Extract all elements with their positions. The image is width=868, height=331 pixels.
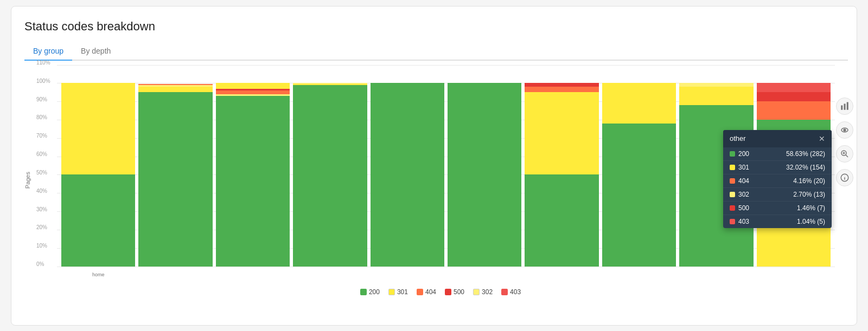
y-axis-label: Pages: [24, 172, 31, 189]
legend-code-label: 301: [397, 288, 408, 296]
y-tick-label: 10%: [36, 243, 47, 249]
bar-segment-301: [138, 87, 212, 92]
bar-segment-301: [679, 87, 753, 105]
bar-segment-500: [757, 92, 831, 101]
bar-stack: [138, 84, 212, 266]
legend-item-403: 403: [501, 288, 521, 296]
bars-container: home: [57, 65, 835, 267]
legend-item-200: 200: [360, 288, 380, 296]
legend-color-swatch: [417, 289, 423, 295]
y-tick-label: 40%: [36, 187, 47, 193]
chart-inner: 0%10%20%30%40%50%60%70%80%90%100%110% ho…: [33, 65, 848, 296]
legend-color-swatch: [360, 289, 367, 295]
tooltip-color-swatch: [730, 205, 735, 211]
y-tick-label: 110%: [36, 60, 50, 66]
tooltip-title: other: [730, 134, 746, 142]
tooltip-percentage: 2.70% (13): [793, 191, 825, 198]
tooltip-percentage: 32.02% (154): [786, 164, 825, 171]
tooltip-percentage: 4.16% (20): [793, 177, 825, 185]
side-icons: [836, 98, 853, 186]
bar-segment-301: [61, 83, 135, 174]
bar-segment-302: [679, 83, 753, 87]
legend-color-swatch: [473, 289, 480, 295]
bar-segment-404: [757, 101, 831, 120]
y-tick-label: 60%: [36, 151, 47, 157]
y-tick-label: 20%: [36, 224, 47, 230]
tooltip-rows: 20058.63% (282)30132.02% (154)4044.16% (…: [723, 147, 832, 228]
y-tick-label: 80%: [36, 114, 47, 120]
bar-stack: [293, 83, 367, 266]
chart-area: Pages 0%10%20%30%40%50%60%70%80%90%100%1…: [24, 65, 848, 296]
bar-stack: [216, 83, 290, 266]
tooltip-color-swatch: [730, 178, 735, 184]
bar-segment-403: [757, 83, 831, 92]
tab-by-depth[interactable]: By depth: [72, 42, 119, 61]
tooltip-row-200: 20058.63% (282): [723, 147, 832, 161]
legend-code-label: 403: [510, 288, 521, 296]
tooltip-percentage: 58.63% (282): [786, 150, 825, 158]
tooltip-code: 404: [738, 177, 754, 185]
bar-segment-301: [216, 83, 290, 88]
bar-segment-404: [216, 90, 290, 94]
tooltip-percentage: 1.04% (5): [797, 218, 825, 225]
tooltip-code: 200: [738, 150, 754, 158]
tooltip-code: 500: [738, 204, 754, 212]
tooltip-row-403: 4031.04% (5): [723, 215, 832, 228]
legend-code-label: 302: [482, 288, 493, 296]
bar-segment-200: [216, 96, 290, 266]
status-codes-card: Status codes breakdown By group By depth…: [11, 6, 857, 326]
bar-stack: [525, 83, 598, 266]
legend-code-label: 200: [369, 288, 380, 296]
page-title: Status codes breakdown: [24, 20, 848, 34]
bar-group: [448, 65, 521, 267]
bar-segment-404: [525, 87, 598, 92]
bar-chart-icon[interactable]: [836, 98, 853, 115]
tooltip-code: 301: [738, 164, 754, 171]
bar-segment-500: [525, 83, 598, 87]
legend-item-301: 301: [388, 288, 408, 296]
bar-group: [216, 65, 290, 267]
legend-color-swatch: [388, 289, 395, 295]
y-tick-label: 90%: [36, 96, 47, 102]
bar-segment-200: [448, 83, 521, 266]
bar-segment-200: [61, 174, 135, 266]
eye-icon[interactable]: [836, 121, 853, 139]
chart-wrapper: 0%10%20%30%40%50%60%70%80%90%100%110% ho…: [33, 65, 848, 282]
legend-item-404: 404: [417, 288, 436, 296]
svg-rect-1: [844, 103, 846, 109]
tooltip-close-icon[interactable]: ✕: [819, 134, 825, 143]
bar-group: [371, 65, 444, 267]
tooltip-color-swatch: [730, 192, 735, 197]
y-tick-label: 100%: [36, 77, 50, 83]
tab-by-group[interactable]: By group: [24, 42, 72, 61]
svg-rect-0: [841, 105, 843, 109]
tabs-container: By group By depth: [24, 42, 848, 61]
bar-stack: [448, 83, 521, 266]
legend-item-500: 500: [445, 288, 464, 296]
tooltip-color-swatch: [730, 219, 735, 224]
tooltip-color-swatch: [730, 151, 735, 157]
zoom-icon[interactable]: [836, 145, 853, 163]
y-tick-label: 70%: [36, 133, 47, 139]
bar-x-label: home: [61, 272, 135, 277]
bar-segment-200: [293, 85, 367, 267]
tooltip-row-404: 4044.16% (20): [723, 174, 832, 188]
svg-point-11: [845, 176, 845, 176]
bar-stack: [61, 83, 135, 266]
bar-group: [293, 65, 367, 267]
bar-stack: [371, 83, 444, 266]
legend-item-302: 302: [473, 288, 493, 296]
y-tick-label: 30%: [36, 206, 47, 212]
tooltip-header: other ✕: [723, 130, 832, 147]
legend-code-label: 404: [425, 288, 436, 296]
tooltip-code: 403: [738, 218, 754, 225]
bar-group: [525, 65, 598, 267]
grid-line: 0%: [57, 267, 835, 267]
tooltip-percentage: 1.46% (7): [797, 204, 825, 212]
info-icon[interactable]: [836, 169, 853, 186]
legend-code-label: 500: [454, 288, 464, 296]
legend-color-swatch: [501, 289, 508, 295]
bar-segment-301: [525, 92, 598, 174]
legend-color-swatch: [445, 289, 451, 295]
bar-segment-200: [602, 124, 676, 267]
